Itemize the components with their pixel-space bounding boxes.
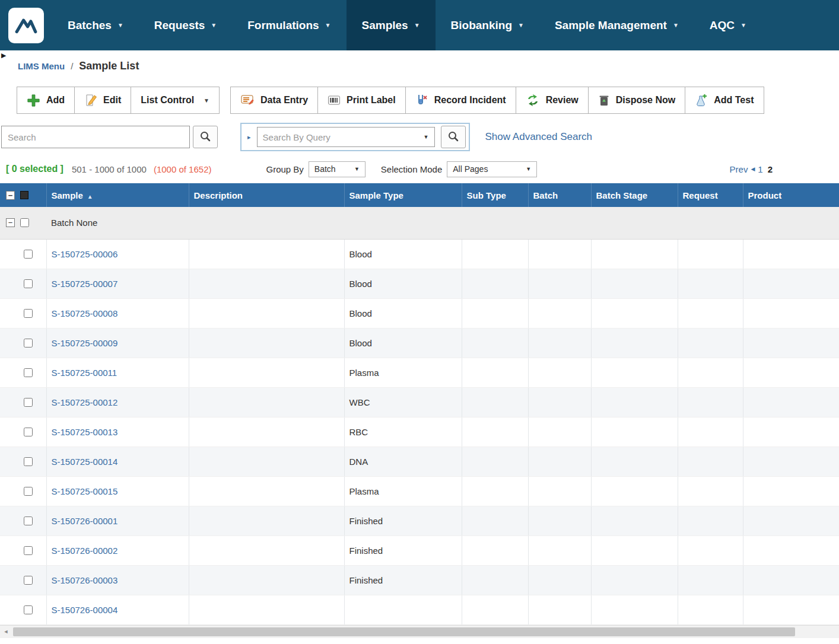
caret-down-icon: ▼ — [414, 22, 420, 28]
column-header-product[interactable]: Product — [743, 183, 839, 207]
table-row: S-150725-00006 Blood — [0, 239, 839, 269]
cell-description — [189, 447, 344, 476]
sample-link[interactable]: S-150725-00012 — [52, 397, 118, 407]
cell-request — [678, 298, 743, 328]
row-checkbox[interactable] — [24, 576, 33, 585]
collapse-all-icon[interactable]: − — [6, 191, 15, 200]
selection-mode-select[interactable]: All Pages ▼ — [447, 161, 537, 177]
horizontal-scrollbar[interactable]: ◄ — [0, 625, 839, 638]
collapse-group-icon[interactable]: − — [6, 218, 15, 227]
cell-description — [189, 358, 344, 387]
cell-sub-type — [462, 387, 528, 417]
cell-request — [678, 476, 743, 506]
column-header-batch-stage[interactable]: Batch Stage — [591, 183, 678, 207]
column-header-description[interactable]: Description — [189, 183, 344, 207]
cell-description — [189, 535, 344, 565]
cell-product — [743, 328, 839, 358]
cell-batch — [528, 447, 591, 476]
row-checkbox[interactable] — [24, 428, 33, 436]
nav-item-formulations[interactable]: Formulations▼ — [232, 0, 346, 50]
pagination: Prev ◀ 1 2 — [730, 164, 773, 174]
cell-batch-stage — [591, 387, 678, 417]
sample-link[interactable]: S-150726-00001 — [52, 516, 118, 526]
cell-sample-type: WBC — [344, 387, 462, 417]
dispose-bin-icon — [598, 94, 610, 107]
sample-link[interactable]: S-150725-00014 — [52, 457, 118, 467]
table-row: S-150725-00007 Blood — [0, 269, 839, 298]
nav-item-aqc[interactable]: AQC▼ — [694, 0, 762, 50]
sidebar-expand-icon[interactable]: ▶ — [1, 52, 6, 59]
cell-sample: S-150725-00014 — [46, 447, 189, 476]
row-checkbox[interactable] — [24, 368, 33, 377]
column-header-request[interactable]: Request — [678, 183, 743, 207]
edit-button[interactable]: Edit — [74, 87, 131, 114]
nav-item-sample-management[interactable]: Sample Management▼ — [539, 0, 694, 50]
cell-sample: S-150725-00006 — [46, 239, 189, 269]
sample-link[interactable]: S-150725-00015 — [52, 486, 118, 496]
row-checkbox[interactable] — [24, 339, 33, 347]
cell-batch — [528, 476, 591, 506]
review-button[interactable]: Review — [516, 87, 589, 114]
nav-item-requests[interactable]: Requests▼ — [139, 0, 232, 50]
sample-link[interactable]: S-150725-00008 — [52, 308, 118, 318]
record-incident-button[interactable]: Record Incident — [405, 87, 516, 114]
column-header-batch[interactable]: Batch — [528, 183, 591, 207]
column-header-sample-type[interactable]: Sample Type — [344, 183, 462, 207]
advanced-search-link[interactable]: Show Advanced Search — [485, 131, 593, 143]
cell-request — [678, 239, 743, 269]
sample-link[interactable]: S-150726-00004 — [52, 605, 118, 615]
page-1-link[interactable]: 1 — [758, 164, 762, 174]
sample-link[interactable]: S-150725-00011 — [52, 368, 117, 378]
cell-sub-type — [462, 239, 528, 269]
row-checkbox[interactable] — [24, 457, 33, 466]
row-checkbox[interactable] — [24, 517, 33, 525]
row-checkbox[interactable] — [24, 605, 33, 614]
row-checkbox[interactable] — [24, 279, 33, 288]
sample-link[interactable]: S-150726-00002 — [52, 546, 118, 556]
select-all-checkbox[interactable] — [20, 191, 28, 199]
caret-down-icon: ▼ — [211, 22, 217, 28]
nav-item-samples[interactable]: Samples▼ — [347, 0, 436, 50]
cell-batch — [528, 269, 591, 298]
app-logo[interactable] — [0, 0, 52, 50]
table-row: S-150726-00002 Finished — [0, 535, 839, 565]
nav-item-biobanking[interactable]: Biobanking▼ — [436, 0, 539, 50]
dispose-now-button[interactable]: Dispose Now — [588, 87, 685, 114]
prev-arrow-icon[interactable]: ◀ — [751, 166, 755, 172]
sample-link[interactable]: S-150725-00006 — [52, 249, 118, 259]
add-button[interactable]: Add — [17, 87, 75, 114]
search-button[interactable] — [193, 126, 218, 148]
row-checkbox[interactable] — [24, 250, 33, 259]
prev-page-link[interactable]: Prev — [730, 164, 748, 174]
sample-link[interactable]: S-150725-00007 — [52, 279, 118, 289]
data-entry-icon — [240, 94, 255, 107]
group-checkbox[interactable] — [20, 218, 29, 227]
nav-item-batches[interactable]: Batches▼ — [52, 0, 139, 50]
row-checkbox[interactable] — [24, 309, 33, 318]
sample-link[interactable]: S-150725-00013 — [52, 427, 118, 437]
column-header-sub-type[interactable]: Sub Type — [462, 183, 528, 207]
print-label-button[interactable]: Print Label — [317, 87, 406, 114]
query-select[interactable]: Search By Query ▼ — [257, 127, 435, 147]
scrollbar-thumb[interactable] — [13, 627, 795, 636]
cell-batch — [528, 239, 591, 269]
row-checkbox[interactable] — [24, 398, 33, 407]
list-control-button[interactable]: List Control ▼ — [131, 87, 220, 114]
column-header-sample[interactable]: Sample▲ — [46, 183, 189, 207]
row-checkbox[interactable] — [24, 546, 33, 555]
cell-sub-type — [462, 476, 528, 506]
breadcrumb-lims-menu-link[interactable]: LIMS Menu — [18, 61, 65, 71]
query-expand-icon[interactable]: ▸ — [244, 133, 254, 141]
sample-link[interactable]: S-150726-00003 — [52, 575, 118, 585]
table-row: S-150725-00014 DNA — [0, 447, 839, 476]
group-by-select[interactable]: Batch ▼ — [309, 161, 366, 177]
search-input[interactable] — [1, 126, 190, 148]
row-checkbox[interactable] — [24, 487, 33, 496]
scroll-left-icon[interactable]: ◄ — [0, 626, 12, 638]
query-search-button[interactable] — [441, 126, 466, 148]
data-entry-button[interactable]: Data Entry — [230, 87, 318, 114]
cell-sample-type: Blood — [344, 328, 462, 358]
sample-link[interactable]: S-150725-00009 — [52, 338, 118, 348]
caret-down-icon: ▼ — [325, 22, 331, 28]
add-test-button[interactable]: Add Test — [685, 87, 764, 114]
